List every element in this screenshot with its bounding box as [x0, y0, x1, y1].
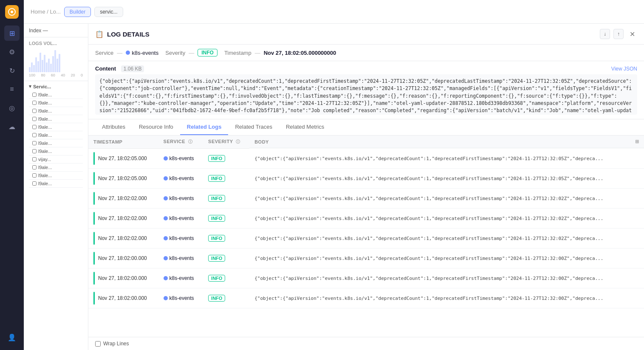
log-level-indicator — [93, 252, 95, 265]
content-header: Content 1.06 KB View JSON — [95, 65, 637, 72]
log-checkbox[interactable] — [32, 117, 37, 121]
meta-bar: Service — k8s-events Severity — INFO Tim… — [88, 45, 644, 61]
col-header-timestamp: TIMESTAMP — [88, 135, 158, 149]
view-json-button[interactable]: View JSON — [611, 66, 637, 72]
log-checkbox[interactable] — [32, 173, 37, 178]
chart-bar — [48, 59, 50, 72]
row-body: {"object":{"apiVersion":"events.k8s.io/v… — [249, 149, 644, 169]
tabs: Attributes Resource Info Related Logs Re… — [88, 119, 644, 135]
table-row[interactable]: Nov 27, 18:02:00.000 k8s-events INFO — [88, 248, 644, 268]
service-meta: Service — k8s-events — [95, 50, 158, 56]
logs-vol-section: LOGS VOL... — [24, 37, 88, 81]
log-checkbox[interactable] — [32, 157, 37, 161]
chart-bar — [44, 55, 45, 72]
service-badge: k8s-events — [126, 50, 158, 56]
list-item[interactable]: l9ale... — [29, 99, 83, 107]
sidebar-item-refresh[interactable]: ↻ — [4, 63, 20, 78]
tab-attributes[interactable]: Attributes — [95, 119, 132, 135]
tab-related-logs[interactable]: Related Logs — [180, 119, 229, 135]
navigate-down-button[interactable]: ↓ — [600, 29, 610, 39]
chart-bar — [31, 62, 33, 72]
log-checkbox[interactable] — [32, 181, 37, 186]
content-area: Index — LOGS VOL... — [24, 24, 644, 350]
sidebar-item-user[interactable]: 👤 — [4, 330, 20, 345]
list-item[interactable]: l9ale... — [29, 172, 83, 180]
tab-resource-info[interactable]: Resource Info — [132, 119, 180, 135]
row-severity: INFO — [203, 288, 249, 308]
service-label: Service — [95, 50, 113, 56]
log-checkbox[interactable] — [32, 109, 37, 113]
sidebar-item-cloud[interactable]: ☁ — [4, 119, 20, 134]
list-item[interactable]: l9ale... — [29, 115, 83, 123]
service-header: ▾ Servic... — [29, 84, 83, 89]
log-checkbox[interactable] — [32, 125, 37, 129]
column-settings-icon[interactable]: ⊞ — [635, 139, 639, 144]
service-dot-icon — [164, 156, 168, 161]
log-checkbox[interactable] — [32, 93, 37, 97]
list-item[interactable]: l9ale... — [29, 164, 83, 172]
service-dot-icon — [126, 51, 130, 55]
row-body: {"object":{"apiVersion":"events.k8s.io/v… — [249, 209, 644, 229]
sidebar-item-settings[interactable]: ⚙ — [4, 44, 20, 59]
list-item[interactable]: vijay... — [29, 155, 83, 164]
list-item[interactable]: l9ale... — [29, 139, 83, 147]
related-logs-rows: Nov 27, 18:02:05.000 k8s-events INFO — [88, 149, 644, 308]
builder-button[interactable]: Builder — [64, 7, 91, 17]
row-body: {"object":{"apiVersion":"events.k8s.io/v… — [249, 169, 644, 189]
list-item[interactable]: l9ale... — [29, 131, 83, 139]
log-details-icon: 📋 — [95, 30, 104, 38]
left-panel: Index — LOGS VOL... — [24, 24, 88, 350]
navigate-up-button[interactable]: ↑ — [613, 29, 624, 39]
table-row[interactable]: Nov 27, 18:02:02.000 k8s-events INFO — [88, 209, 644, 229]
table-row[interactable]: Nov 27, 18:02:02.000 k8s-events INFO — [88, 189, 644, 209]
wrap-lines-checkbox[interactable] — [95, 341, 101, 347]
list-item[interactable]: l9ale... — [29, 107, 83, 115]
chart-bar — [35, 57, 37, 72]
timestamp-label: Timestamp — [224, 50, 251, 56]
table-row[interactable]: Nov 27, 18:02:05.000 k8s-events INFO — [88, 149, 644, 169]
svg-point-1 — [11, 11, 13, 13]
list-item[interactable]: l9ale... — [29, 180, 83, 188]
log-level-indicator — [93, 212, 95, 225]
row-severity: INFO — [203, 229, 249, 248]
table-row[interactable]: Nov 27, 18:02:00.000 k8s-events INFO — [88, 268, 644, 288]
close-button[interactable]: ✕ — [627, 29, 637, 39]
row-body: {"object":{"apiVersion":"events.k8s.io/v… — [249, 248, 644, 268]
row-timestamp: Nov 27, 18:02:02.000 — [88, 209, 158, 229]
sidebar-item-grid[interactable]: ⊞ — [4, 25, 20, 41]
log-checkbox[interactable] — [32, 165, 37, 169]
row-service: k8s-events — [158, 149, 203, 169]
log-level-indicator — [93, 292, 95, 305]
table-row[interactable]: Nov 27, 18:02:02.000 k8s-events INFO — [88, 229, 644, 248]
log-checkbox[interactable] — [32, 133, 37, 137]
sidebar-item-menu[interactable]: ≡ — [4, 82, 20, 97]
list-item[interactable]: l9ale... — [29, 91, 83, 99]
tab-related-traces[interactable]: Related Traces — [228, 119, 279, 135]
log-checkbox[interactable] — [32, 141, 37, 145]
row-severity: INFO — [203, 209, 249, 229]
chart-bar — [46, 62, 48, 72]
service-dot-icon — [164, 196, 168, 200]
sidebar-item-circle[interactable]: ◎ — [4, 100, 20, 116]
severity-dash: — — [189, 50, 194, 56]
list-item[interactable]: l9ale... — [29, 147, 83, 155]
row-timestamp: Nov 27, 18:02:00.000 — [88, 268, 158, 288]
timestamp-meta: Timestamp — Nov 27, 18:02:05.000000000 — [224, 50, 336, 56]
chart-bar — [40, 53, 41, 72]
list-item[interactable]: l9ale... — [29, 123, 83, 131]
log-checkbox[interactable] — [32, 149, 37, 153]
service-info-icon: ⓘ — [188, 139, 193, 144]
chart-bar — [29, 67, 31, 72]
service-filter-button[interactable]: servic... — [94, 7, 123, 17]
wrap-lines-label[interactable]: Wrap Lines — [95, 341, 129, 347]
index-label: Index — — [29, 28, 48, 34]
row-timestamp: Nov 27, 18:02:02.000 — [88, 229, 158, 248]
related-logs-table: TIMESTAMP SERVICE ⓘ SEVERITY ⓘ — [88, 135, 644, 308]
table-row[interactable]: Nov 27, 18:02:05.000 k8s-events INFO — [88, 169, 644, 189]
chart-bar — [54, 50, 56, 72]
service-dot-icon — [164, 176, 168, 181]
log-checkbox[interactable] — [32, 101, 37, 105]
table-row[interactable]: Nov 27, 18:02:00.000 k8s-events INFO — [88, 288, 644, 308]
tab-related-metrics[interactable]: Related Metrics — [279, 119, 331, 135]
nav-buttons: ↓ ↑ ✕ — [600, 29, 637, 39]
